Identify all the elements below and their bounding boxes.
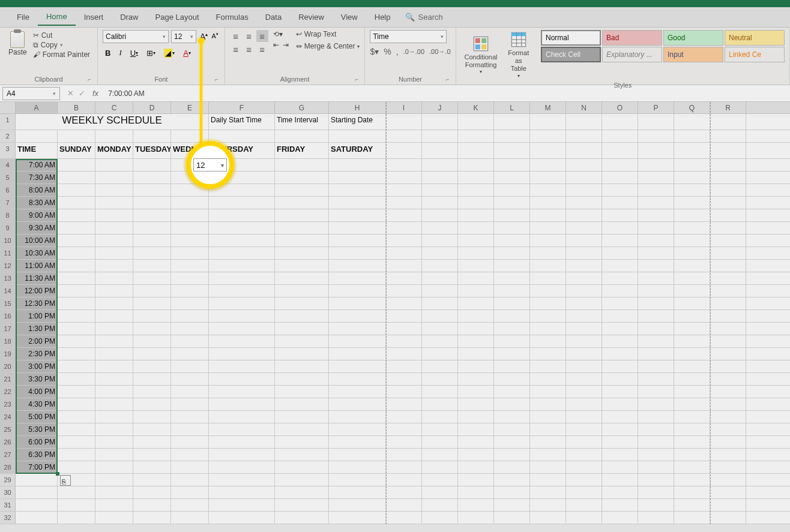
- row-header-26[interactable]: 26: [0, 436, 16, 448]
- cell-O24[interactable]: [602, 411, 638, 423]
- cell-L15[interactable]: [494, 297, 530, 309]
- cell-F28[interactable]: [209, 461, 275, 473]
- copy-button[interactable]: ⧉Copy▾: [33, 41, 90, 49]
- select-all-corner[interactable]: [0, 102, 16, 113]
- cell-F3[interactable]: THURSDAY: [209, 143, 275, 158]
- cell-A11[interactable]: 10:30 AM: [16, 247, 58, 259]
- cell-G4[interactable]: [275, 159, 329, 171]
- cell-C31[interactable]: [95, 499, 133, 511]
- cell-C29[interactable]: [95, 474, 133, 486]
- cell-P14[interactable]: [638, 285, 674, 297]
- cell-E8[interactable]: [171, 209, 209, 221]
- wrap-text-button[interactable]: ↩Wrap Text: [296, 30, 360, 38]
- cell-K14[interactable]: [458, 285, 494, 297]
- cell-B19[interactable]: [58, 348, 95, 360]
- cell-O17[interactable]: [602, 323, 638, 335]
- cell-M5[interactable]: [530, 172, 566, 184]
- cell-G30[interactable]: [275, 486, 329, 498]
- cell-A27[interactable]: 6:30 PM: [16, 449, 58, 461]
- cell-K13[interactable]: [458, 272, 494, 284]
- row-header-7[interactable]: 7: [0, 197, 16, 209]
- cell-D8[interactable]: [133, 209, 171, 221]
- cell-J4[interactable]: [422, 159, 458, 171]
- cell-F29[interactable]: [209, 474, 275, 486]
- cell-A24[interactable]: 5:00 PM: [16, 411, 58, 423]
- cell-L8[interactable]: [494, 209, 530, 221]
- cell-M9[interactable]: [530, 222, 566, 234]
- cell-O12[interactable]: [602, 260, 638, 272]
- cell-K15[interactable]: [458, 297, 494, 309]
- cell-N19[interactable]: [566, 348, 602, 360]
- tell-me-search[interactable]: 🔍Search: [405, 13, 443, 22]
- cell-O29[interactable]: [602, 474, 638, 486]
- cell-M23[interactable]: [530, 398, 566, 410]
- cell-M18[interactable]: [530, 335, 566, 347]
- cell-J29[interactable]: [422, 474, 458, 486]
- font-color-button[interactable]: A▾: [181, 47, 193, 59]
- cell-I22[interactable]: [386, 386, 422, 398]
- paste-button[interactable]: Paste: [5, 30, 31, 74]
- cell-C23[interactable]: [95, 398, 133, 410]
- alignment-launcher-icon[interactable]: ⌐: [355, 76, 359, 83]
- cell-J25[interactable]: [422, 423, 458, 435]
- cell-O2[interactable]: [602, 130, 638, 142]
- cell-F1[interactable]: Daily Start Time: [209, 114, 275, 130]
- cell-A13[interactable]: 11:30 AM: [16, 272, 58, 284]
- row-header-8[interactable]: 8: [0, 209, 16, 221]
- cell-D28[interactable]: [133, 461, 171, 473]
- cell-O32[interactable]: [602, 512, 638, 524]
- column-header-I[interactable]: I: [386, 102, 422, 113]
- cell-B14[interactable]: [58, 285, 95, 297]
- cell-F6[interactable]: [209, 184, 275, 196]
- cell-I30[interactable]: [386, 486, 422, 498]
- cell-H15[interactable]: [329, 297, 386, 309]
- row-header-21[interactable]: 21: [0, 373, 16, 385]
- cell-C30[interactable]: [95, 486, 133, 498]
- cell-G25[interactable]: [275, 423, 329, 435]
- cell-G5[interactable]: [275, 172, 329, 184]
- cell-R31[interactable]: [710, 499, 746, 511]
- cell-L22[interactable]: [494, 386, 530, 398]
- cell-E2[interactable]: [171, 130, 209, 142]
- cell-N16[interactable]: [566, 310, 602, 322]
- font-launcher-icon[interactable]: ⌐: [215, 76, 219, 83]
- cell-K19[interactable]: [458, 348, 494, 360]
- cell-M13[interactable]: [530, 272, 566, 284]
- column-header-O[interactable]: O: [602, 102, 638, 113]
- bold-button[interactable]: B: [103, 47, 113, 59]
- cell-F17[interactable]: [209, 323, 275, 335]
- cell-Q29[interactable]: [674, 474, 710, 486]
- align-right-button[interactable]: ≡: [256, 43, 268, 55]
- cell-I32[interactable]: [386, 512, 422, 524]
- cell-A16[interactable]: 1:00 PM: [16, 310, 58, 322]
- font-name-combo[interactable]: Calibri▾: [103, 30, 169, 43]
- row-header-6[interactable]: 6: [0, 184, 16, 196]
- cell-P12[interactable]: [638, 260, 674, 272]
- cell-F24[interactable]: [209, 411, 275, 423]
- cell-A18[interactable]: 2:00 PM: [16, 335, 58, 347]
- cell-P24[interactable]: [638, 411, 674, 423]
- cell-R4[interactable]: [710, 159, 746, 171]
- cell-G2[interactable]: [275, 130, 329, 142]
- cell-A22[interactable]: 4:00 PM: [16, 386, 58, 398]
- cell-C6[interactable]: [95, 184, 133, 196]
- style-linked-cell[interactable]: Linked Ce: [725, 47, 785, 62]
- cell-B11[interactable]: [58, 247, 95, 259]
- cell-G13[interactable]: [275, 272, 329, 284]
- cell-F16[interactable]: [209, 310, 275, 322]
- cell-R21[interactable]: [710, 373, 746, 385]
- cell-A5[interactable]: 7:30 AM: [16, 172, 58, 184]
- cell-K27[interactable]: [458, 449, 494, 461]
- cell-I11[interactable]: [386, 247, 422, 259]
- cell-H5[interactable]: [329, 172, 386, 184]
- row-header-32[interactable]: 32: [0, 512, 16, 524]
- cell-E32[interactable]: [171, 512, 209, 524]
- cell-J12[interactable]: [422, 260, 458, 272]
- cell-J23[interactable]: [422, 398, 458, 410]
- menu-review[interactable]: Review: [290, 9, 333, 25]
- cell-E30[interactable]: [171, 486, 209, 498]
- cell-E21[interactable]: [171, 373, 209, 385]
- cell-M10[interactable]: [530, 235, 566, 247]
- cell-F26[interactable]: [209, 436, 275, 448]
- cell-A28[interactable]: 7:00 PM: [16, 461, 58, 473]
